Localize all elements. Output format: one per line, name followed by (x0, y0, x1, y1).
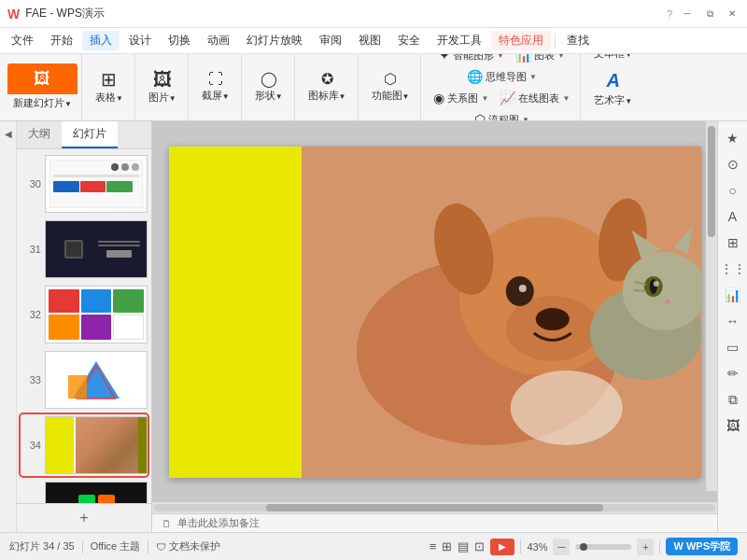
right-btn-chart[interactable]: 📊 (722, 284, 744, 306)
menu-start[interactable]: 开始 (43, 31, 80, 50)
add-slide-button[interactable]: + (17, 503, 151, 532)
screenshot-button[interactable]: ⛶ 截屏▼ (196, 69, 235, 105)
menu-file[interactable]: 文件 (4, 31, 41, 50)
sidebar-toggle[interactable]: ◀ (0, 121, 17, 532)
slide-item-32[interactable]: 32 (21, 284, 148, 345)
table-icon: ⊞ (101, 70, 117, 89)
menu-review[interactable]: 审阅 (312, 31, 349, 50)
slide-item-34[interactable]: 34 (21, 414, 148, 476)
iconlib-button[interactable]: ✪ 图标库▼ (303, 69, 352, 105)
right-btn-rect[interactable]: ▭ (722, 336, 744, 358)
right-btn-table[interactable]: ⊞ (722, 231, 744, 254)
right-btn-layer[interactable]: ⧉ (722, 388, 744, 411)
svg-rect-2 (68, 375, 87, 399)
right-btn-star[interactable]: ★ (722, 127, 744, 149)
right-btn-text[interactable]: A (722, 205, 744, 228)
menu-transition[interactable]: 切换 (161, 31, 198, 50)
canvas-footer[interactable]: 🗒 单击此处添加备注 (152, 513, 717, 532)
wps-academy-badge[interactable]: W WPS学院 (666, 538, 738, 555)
picture-label: 图片▼ (148, 91, 176, 105)
close-button[interactable]: ✕ (725, 7, 740, 21)
menu-design[interactable]: 设计 (121, 31, 159, 50)
right-btn-shape[interactable]: ○ (722, 179, 744, 202)
function-button[interactable]: ⬡ 功能图▼ (366, 69, 416, 105)
view-browse-icon[interactable]: ⊡ (474, 539, 485, 553)
view-normal-icon[interactable]: ≡ (430, 539, 437, 553)
menu-insert[interactable]: 插入 (82, 31, 120, 50)
status-sep-2 (148, 540, 148, 553)
smart-row-3: ◉关系图▼ 📈在线图表▼ (429, 89, 574, 107)
status-bar: 幻灯片 34 / 35 Office 主题 🛡 文档未保护 ≡ ⊞ ▤ ⊡ ▶ … (0, 532, 747, 560)
chart-icon: 📊 (515, 54, 531, 63)
right-btn-edit[interactable]: ✏ (722, 362, 744, 385)
view-grid-icon[interactable]: ⊞ (442, 539, 452, 553)
menu-devtools[interactable]: 开发工具 (430, 31, 489, 50)
right-btn-copy[interactable]: ⊙ (722, 153, 744, 175)
outline-tab[interactable]: 大纲 (17, 121, 62, 148)
slide-item-31[interactable]: 31 (21, 218, 148, 280)
ribbon-group-new-slide: 🖼 新建幻灯片▼ (4, 54, 82, 120)
menu-bar: 文件 开始 插入 设计 切换 动画 幻灯片放映 审阅 视图 安全 开发工具 特色… (0, 28, 747, 54)
view-outline-icon[interactable]: ▤ (458, 539, 469, 553)
zoom-out-button[interactable]: ─ (553, 539, 570, 555)
iconlib-label: 图标库▼ (308, 89, 346, 103)
status-sep-1 (82, 540, 83, 553)
relation-button[interactable]: ◉关系图▼ (429, 89, 493, 107)
restore-button[interactable]: ⧉ (702, 7, 717, 21)
slide-mini-31 (46, 221, 147, 277)
relation-icon: ◉ (433, 91, 444, 105)
slides-tab[interactable]: 幻灯片 (62, 121, 118, 148)
menu-view[interactable]: 视图 (351, 31, 388, 50)
vertical-scrollbar[interactable] (706, 121, 717, 491)
slide-number-30: 30 (22, 178, 41, 189)
menu-search[interactable]: 查找 (559, 31, 597, 50)
slide-mini-32 (46, 287, 147, 343)
slide-item-33[interactable]: 33 (21, 349, 148, 411)
horizontal-scrollbar[interactable] (152, 502, 717, 513)
function-icon: ⬡ (384, 72, 397, 87)
status-right: ≡ ⊞ ▤ ⊡ ▶ 43% ─ + W WPS学院 (430, 538, 738, 555)
mindmap-button[interactable]: 🌐思维导图▼ (462, 67, 542, 86)
slide-item-35[interactable]: 35 (21, 480, 148, 503)
slide-panel: 大纲 幻灯片 30 (17, 121, 152, 532)
slide-item-30[interactable]: 30 (21, 153, 148, 215)
right-btn-image[interactable]: 🖼 (722, 414, 744, 437)
ribbon-group-text: A 文本框▼ A 艺术字▼ Ω 符号 (583, 54, 643, 120)
table-button[interactable]: ⊞ 表格▼ (90, 67, 129, 107)
protection-info: 🛡 文档未保护 (156, 539, 220, 553)
zoom-in-button[interactable]: + (637, 539, 654, 555)
play-button[interactable]: ▶ (490, 539, 514, 555)
menu-security[interactable]: 安全 (390, 31, 428, 50)
menu-animation[interactable]: 动画 (200, 31, 237, 50)
wps-logo: W (7, 7, 20, 21)
online-chart-icon: 📈 (500, 91, 515, 105)
title-text: FAE - WPS演示 (25, 6, 105, 21)
symbol-button[interactable]: Ω 符号 (598, 114, 629, 122)
right-btn-grid[interactable]: ⋮⋮ (722, 258, 744, 280)
menu-special[interactable]: 特色应用 (491, 31, 551, 50)
zoom-level: 43% (527, 541, 547, 553)
minimize-button[interactable]: ─ (680, 7, 695, 21)
menu-slideshow[interactable]: 幻灯片放映 (239, 31, 310, 50)
ribbon-group-function: ⬡ 功能图▼ (360, 54, 422, 120)
flowchart-button[interactable]: ⬡流程图▼ (470, 110, 534, 121)
arttext-label: 艺术字▼ (594, 93, 632, 107)
smart-shape-button[interactable]: ✦智能图形▼ (434, 54, 509, 64)
arttext-button[interactable]: A 艺术字▼ (588, 67, 638, 110)
ribbon-group-picture: 🖼 图片▼ (137, 54, 189, 120)
chart-button[interactable]: 📊图表▼ (511, 54, 570, 64)
textbox-label: 文本框▼ (594, 54, 632, 61)
textbox-button[interactable]: A 文本框▼ (588, 54, 638, 63)
right-btn-arrow[interactable]: ↔ (722, 310, 744, 332)
slide-list: 30 (17, 149, 151, 503)
help-icon[interactable]: ? (667, 8, 672, 20)
shape-button[interactable]: ◯ 形状▼ (249, 69, 289, 105)
zoom-slider[interactable] (575, 544, 631, 550)
slide-mini-33 (46, 352, 147, 408)
new-slide-button[interactable]: 🖼 新建幻灯片▼ (7, 63, 78, 112)
slide-thumb-32 (45, 286, 148, 343)
picture-button[interactable]: 🖼 图片▼ (143, 67, 182, 107)
slide-thumb-31 (45, 220, 148, 278)
footer-text: 单击此处添加备注 (177, 516, 260, 530)
online-chart-button[interactable]: 📈在线图表▼ (495, 89, 574, 107)
